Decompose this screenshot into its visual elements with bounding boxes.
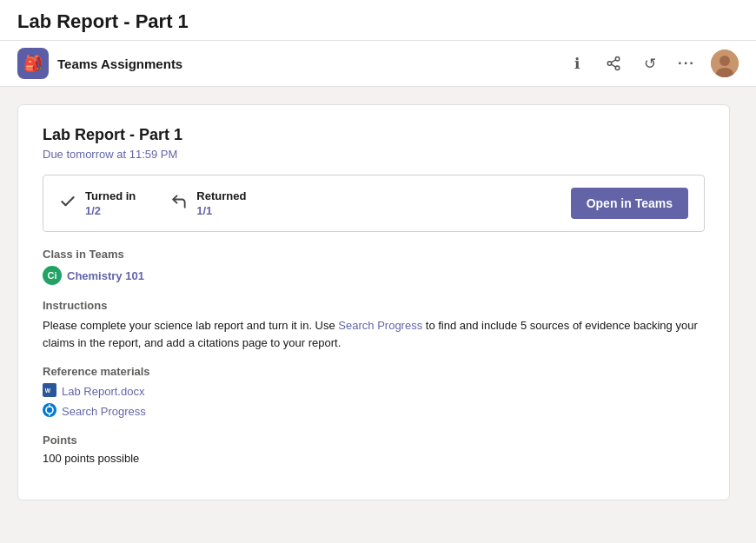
svg-point-6 bbox=[720, 56, 730, 66]
points-section: Points 100 points possible bbox=[43, 434, 705, 465]
avatar[interactable] bbox=[711, 50, 739, 77]
share-icon[interactable] bbox=[601, 51, 626, 76]
search-progress-link[interactable]: Search Progress bbox=[338, 319, 422, 332]
points-value: 100 points possible bbox=[43, 452, 705, 465]
info-icon[interactable]: ℹ bbox=[565, 51, 589, 76]
app-title: Teams Assignments bbox=[57, 56, 182, 71]
svg-line-3 bbox=[611, 64, 615, 67]
class-icon: Ci bbox=[43, 266, 62, 285]
app-header-left: 🎒 Teams Assignments bbox=[17, 48, 182, 79]
returned-info: Returned 1/1 bbox=[196, 189, 246, 217]
svg-text:W: W bbox=[45, 387, 51, 394]
turned-in-label: Turned in bbox=[85, 189, 136, 202]
page-title: Lab Report - Part 1 bbox=[17, 10, 739, 33]
class-name: Chemistry 101 bbox=[67, 269, 144, 282]
app-header: 🎒 Teams Assignments ℹ ↺ ··· bbox=[0, 41, 756, 87]
check-icon bbox=[59, 193, 76, 215]
instructions-section: Instructions Please complete your scienc… bbox=[43, 299, 705, 351]
word-doc-icon: W bbox=[43, 383, 56, 400]
svg-line-4 bbox=[611, 60, 615, 63]
reference-label: Reference materials bbox=[43, 365, 705, 378]
ref-item-search[interactable]: Search Progress bbox=[43, 403, 705, 420]
returned-label: Returned bbox=[196, 189, 246, 202]
open-in-teams-button[interactable]: Open in Teams bbox=[571, 188, 688, 219]
turned-in-item: Turned in 1/2 bbox=[59, 189, 136, 217]
returned-value: 1/1 bbox=[196, 204, 246, 217]
ref-search-name: Search Progress bbox=[62, 405, 146, 418]
class-section: Class in Teams Ci Chemistry 101 bbox=[43, 248, 705, 285]
status-items: Turned in 1/2 Returned 1/1 bbox=[59, 189, 246, 217]
ref-item-docx[interactable]: W Lab Report.docx bbox=[43, 383, 705, 400]
returned-item: Returned 1/1 bbox=[170, 189, 246, 217]
main-content: Lab Report - Part 1 Due tomorrow at 11:5… bbox=[0, 87, 756, 518]
return-icon bbox=[170, 193, 188, 215]
title-bar: Lab Report - Part 1 bbox=[0, 0, 756, 41]
reference-section: Reference materials W Lab Report.docx bbox=[43, 365, 705, 420]
class-badge: Ci Chemistry 101 bbox=[43, 266, 144, 285]
points-label: Points bbox=[43, 434, 705, 447]
instructions-text: Please complete your science lab report … bbox=[43, 317, 705, 351]
more-options-icon[interactable]: ··· bbox=[674, 51, 699, 76]
instructions-part1: Please complete your science lab report … bbox=[43, 319, 338, 332]
app-header-right: ℹ ↺ ··· bbox=[565, 50, 739, 77]
turned-in-value: 1/2 bbox=[85, 204, 136, 217]
status-box: Turned in 1/2 Returned 1/1 bbox=[43, 175, 705, 232]
refresh-icon[interactable]: ↺ bbox=[638, 51, 662, 76]
assignment-card: Lab Report - Part 1 Due tomorrow at 11:5… bbox=[17, 104, 730, 500]
due-date: Due tomorrow at 11:59 PM bbox=[43, 148, 705, 161]
instructions-label: Instructions bbox=[43, 299, 705, 312]
teams-app-icon: 🎒 bbox=[17, 48, 49, 79]
turned-in-info: Turned in 1/2 bbox=[85, 189, 136, 217]
assignment-title: Lab Report - Part 1 bbox=[43, 126, 705, 144]
class-section-label: Class in Teams bbox=[43, 248, 705, 261]
search-progress-icon bbox=[43, 403, 56, 420]
ref-docx-name: Lab Report.docx bbox=[62, 385, 144, 398]
